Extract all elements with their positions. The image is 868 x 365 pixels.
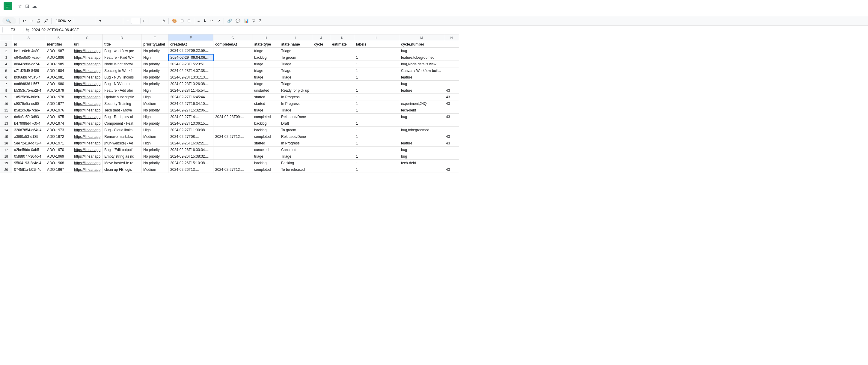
cell-F15[interactable]: 2024-02-27T08:...	[168, 133, 213, 140]
cell-D9[interactable]: Update subscriptic	[102, 94, 142, 100]
cell-G14[interactable]	[213, 127, 252, 133]
cell-C6[interactable]: https://linear.app	[72, 74, 102, 81]
cell-I9[interactable]: In Progress	[279, 94, 312, 100]
cell-B17[interactable]: ADO-1970	[45, 147, 72, 153]
menu-help[interactable]	[47, 13, 52, 15]
cell-E19[interactable]: No priority	[142, 160, 168, 166]
cell-H7[interactable]: triage	[252, 81, 279, 87]
cell-A11[interactable]: b5d2c63a-7ca6-	[12, 107, 45, 114]
cell-N18[interactable]	[444, 153, 459, 160]
cell-A9[interactable]: 1a525c86-b6c9-	[12, 94, 45, 100]
cell-L3[interactable]: 1	[354, 54, 399, 61]
cell-E16[interactable]: High	[142, 140, 168, 147]
cell-G15[interactable]: 2024-02-27T12:...	[213, 133, 252, 140]
wrap-button[interactable]: ↵	[209, 18, 215, 24]
cell-H5[interactable]: triage	[252, 67, 279, 74]
cell-A15[interactable]: a3f90a53-d135-	[12, 133, 45, 140]
cell-M18[interactable]: bug	[399, 153, 444, 160]
cell-C9[interactable]: https://linear.app	[72, 94, 102, 100]
cell-d1[interactable]: title	[102, 41, 142, 48]
cell-E9[interactable]: High	[142, 94, 168, 100]
redo-button[interactable]: ↪	[28, 18, 34, 24]
cell-D12[interactable]: Bug - Redeploy al	[102, 114, 142, 120]
cell-F6[interactable]: 2024-02-28T13:31:13.871Z	[168, 74, 213, 81]
col-header-h[interactable]: H	[252, 34, 279, 41]
col-header-g[interactable]: G	[213, 34, 252, 41]
filter-button[interactable]: ▽	[251, 18, 257, 24]
cell-h1[interactable]: state.type	[252, 41, 279, 48]
cell-J20[interactable]	[312, 166, 330, 173]
cell-reference-input[interactable]	[2, 27, 23, 33]
cell-E2[interactable]: No priority	[142, 48, 168, 54]
cell-C8[interactable]: https://linear.app	[72, 87, 102, 94]
cell-D11[interactable]: Tech debt - Move	[102, 107, 142, 114]
cell-K14[interactable]	[330, 127, 354, 133]
col-header-k[interactable]: K	[330, 34, 354, 41]
cell-M6[interactable]: feature	[399, 74, 444, 81]
cell-F20[interactable]: 2024-02-26T13:...	[168, 166, 213, 173]
cell-B7[interactable]: ADO-1980	[45, 81, 72, 87]
number-format-button[interactable]	[90, 20, 93, 22]
cell-H20[interactable]: completed	[252, 166, 279, 173]
cell-H4[interactable]: triage	[252, 61, 279, 67]
cell-B18[interactable]: ADO-1969	[45, 153, 72, 160]
cell-L10[interactable]: 1	[354, 100, 399, 107]
cell-E10[interactable]: Medium	[142, 100, 168, 107]
cell-L16[interactable]: 1	[354, 140, 399, 147]
cell-F14[interactable]: 2024-02-27T11:30:08.235Z	[168, 127, 213, 133]
cell-A2[interactable]: be11e0eb-4a80-	[12, 48, 45, 54]
cell-B15[interactable]: ADO-1972	[45, 133, 72, 140]
cell-C11[interactable]: https://linear.app	[72, 107, 102, 114]
cell-B5[interactable]: ADO-1984	[45, 67, 72, 74]
search-box[interactable]: 🔍	[2, 18, 16, 24]
cell-N2[interactable]	[444, 48, 459, 54]
cell-G8[interactable]	[213, 87, 252, 94]
cell-c1[interactable]: url	[72, 41, 102, 48]
cell-N14[interactable]	[444, 127, 459, 133]
cell-H19[interactable]: backlog	[252, 160, 279, 166]
cell-M9[interactable]	[399, 94, 444, 100]
cell-E6[interactable]: No priority	[142, 74, 168, 81]
font-size-decrease-button[interactable]: −	[125, 18, 130, 24]
cell-E17[interactable]: No priority	[142, 147, 168, 153]
cell-K5[interactable]	[330, 67, 354, 74]
cell-B9[interactable]: ADO-1978	[45, 94, 72, 100]
cell-F19[interactable]: 2024-02-26T15:10:38.046Z	[168, 160, 213, 166]
cell-A18[interactable]: 05f88077-304c-4	[12, 153, 45, 160]
cell-K20[interactable]	[330, 166, 354, 173]
cell-I15[interactable]: Released/Done	[279, 133, 312, 140]
cell-F11[interactable]: 2024-02-27T15:32:06.367Z	[168, 107, 213, 114]
cell-G9[interactable]	[213, 94, 252, 100]
cell-J14[interactable]	[312, 127, 330, 133]
font-size-increase-button[interactable]: +	[141, 18, 147, 24]
cell-F4[interactable]: 2024-02-28T15:23:51.052Z	[168, 61, 213, 67]
cell-L6[interactable]: 1	[354, 74, 399, 81]
cell-M4[interactable]: bug,Node details view	[399, 61, 444, 67]
cell-J16[interactable]	[312, 140, 330, 147]
cell-L5[interactable]: 1	[354, 67, 399, 74]
cell-M7[interactable]: bug	[399, 81, 444, 87]
cell-K2[interactable]	[330, 48, 354, 54]
cell-K8[interactable]	[330, 87, 354, 94]
cell-B20[interactable]: ADO-1967	[45, 166, 72, 173]
star-icon[interactable]: ☆	[18, 3, 22, 9]
cell-J18[interactable]	[312, 153, 330, 160]
cell-N19[interactable]	[444, 160, 459, 166]
function-button[interactable]: Σ	[257, 18, 263, 24]
cell-L19[interactable]: 1	[354, 160, 399, 166]
cell-A8[interactable]: b5353c75-ea2f-4	[12, 87, 45, 94]
cell-B19[interactable]: ADO-1968	[45, 160, 72, 166]
cell-N16[interactable]: 43	[444, 140, 459, 147]
menu-edit[interactable]	[9, 13, 14, 15]
link-button[interactable]: 🔗	[226, 18, 234, 24]
col-header-d[interactable]: D	[102, 34, 142, 41]
cell-H18[interactable]: triage	[252, 153, 279, 160]
borders-button[interactable]: ⊞	[179, 18, 185, 24]
cell-L2[interactable]: 1	[354, 48, 399, 54]
cell-H11[interactable]: triage	[252, 107, 279, 114]
cell-F9[interactable]: 2024-02-27T16:45:44.432Z	[168, 94, 213, 100]
cell-G19[interactable]	[213, 160, 252, 166]
cell-D17[interactable]: Bug - 'Edit output'	[102, 147, 142, 153]
cell-D13[interactable]: Component - Feat	[102, 120, 142, 127]
cell-B4[interactable]: ADO-1985	[45, 61, 72, 67]
